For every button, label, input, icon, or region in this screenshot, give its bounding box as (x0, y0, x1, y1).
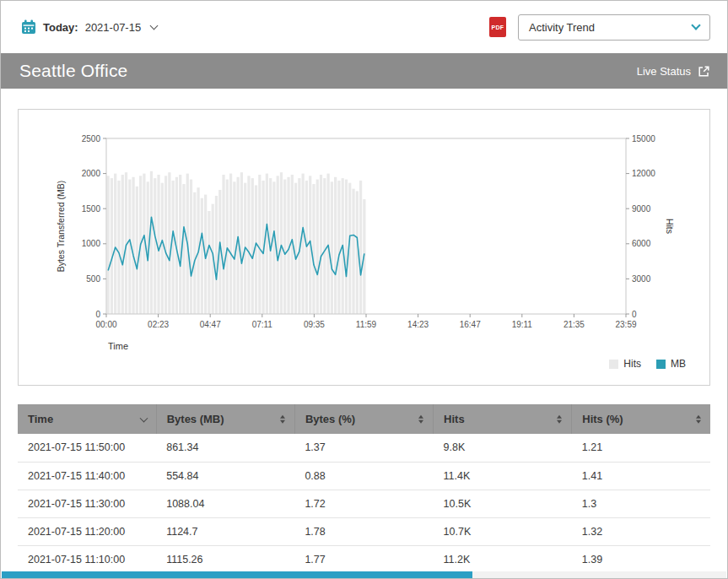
column-label: Time (28, 413, 53, 425)
table-cell: 2021-07-15 11:30:00 (18, 490, 156, 517)
svg-text:Bytes Transferred (MB): Bytes Transferred (MB) (56, 181, 66, 273)
svg-text:1000: 1000 (82, 239, 101, 248)
table-cell: 1.72 (294, 490, 433, 517)
chevron-down-icon[interactable] (139, 414, 148, 422)
table-cell: 9.8K (434, 434, 572, 462)
table-body: 2021-07-15 11:50:00861.341.379.8K1.21202… (18, 434, 710, 579)
table-cell: 11.4K (434, 462, 572, 490)
topbar: Today: 2021-07-15 PDF Activity Trend (1, 1, 727, 53)
date-picker[interactable]: Today: 2021-07-15 (21, 19, 157, 35)
table-cell: 1.32 (572, 517, 710, 545)
table-cell: 1.78 (294, 517, 433, 545)
svg-text:23:59: 23:59 (615, 320, 636, 329)
scrollbar-thumb[interactable] (2, 571, 472, 578)
legend-item-hits[interactable]: Hits (609, 358, 641, 370)
column-header-bytes-pct[interactable]: Bytes (%) (294, 404, 433, 434)
chevron-down-icon (691, 20, 700, 30)
table-cell: 1.41 (572, 462, 710, 490)
pdf-icon: PDF (489, 17, 506, 37)
page-header: Seattle Office Live Status (1, 53, 727, 89)
page-title: Seattle Office (19, 61, 127, 81)
live-status-label: Live Status (637, 65, 691, 78)
activity-trend-chart[interactable]: 0500100015002000250003000600090001200015… (51, 128, 677, 353)
table-cell: 861.34 (156, 434, 294, 462)
table-cell: 554.84 (156, 462, 294, 490)
svg-text:500: 500 (86, 274, 100, 284)
svg-text:21:35: 21:35 (564, 320, 585, 329)
column-label: Bytes (%) (305, 413, 355, 425)
svg-text:0: 0 (632, 310, 637, 319)
horizontal-scrollbar[interactable] (2, 571, 726, 578)
svg-text:2500: 2500 (82, 134, 101, 143)
sort-icon[interactable] (418, 414, 423, 424)
svg-text:Hits: Hits (665, 219, 675, 234)
table-cell: 10.7K (434, 517, 572, 545)
topbar-right: PDF Activity Trend (489, 14, 710, 41)
legend-label: Hits (623, 358, 641, 370)
report-select-value: Activity Trend (529, 21, 595, 34)
table-cell: 2021-07-15 11:50:00 (18, 434, 156, 462)
chevron-down-icon (150, 21, 159, 30)
table-cell: 1.39 (572, 545, 710, 573)
svg-text:04:47: 04:47 (200, 320, 221, 329)
table-cell: 1088.04 (156, 490, 294, 517)
chart-legend: Hits MB (609, 358, 686, 370)
svg-text:00:00: 00:00 (95, 320, 116, 329)
column-label: Hits (444, 413, 465, 425)
svg-text:16:47: 16:47 (460, 320, 481, 329)
column-header-bytes-mb[interactable]: Bytes (MB) (156, 404, 294, 434)
column-header-time[interactable]: Time (18, 404, 156, 434)
table-row[interactable]: 2021-07-15 11:30:001088.041.7210.5K1.3 (18, 490, 710, 517)
external-link-icon (698, 65, 710, 78)
column-header-hits-pct[interactable]: Hits (%) (572, 404, 710, 434)
sort-icon[interactable] (696, 414, 701, 424)
table-row[interactable]: 2021-07-15 11:40:00554.840.8811.4K1.41 (18, 462, 710, 490)
table-cell: 1115.26 (156, 545, 294, 573)
table-header-row: TimeBytes (MB)Bytes (%)HitsHits (%) (18, 404, 710, 434)
table-cell: 1.21 (572, 434, 710, 462)
table-cell: 1.77 (294, 545, 433, 573)
legend-label: MB (671, 358, 686, 370)
svg-text:19:11: 19:11 (512, 320, 533, 329)
data-table: TimeBytes (MB)Bytes (%)HitsHits (%) 2021… (18, 404, 710, 579)
table-cell: 11.2K (434, 545, 572, 573)
page: Today: 2021-07-15 PDF Activity Trend Sea… (0, 0, 728, 579)
column-header-hits[interactable]: Hits (434, 404, 572, 434)
today-label: Today: (43, 21, 78, 34)
chart-panel: 0500100015002000250003000600090001200015… (18, 109, 710, 386)
live-status-link[interactable]: Live Status (637, 65, 710, 78)
column-label: Bytes (MB) (167, 413, 224, 425)
svg-text:11:59: 11:59 (356, 320, 377, 329)
svg-text:3000: 3000 (632, 274, 651, 284)
column-label: Hits (%) (582, 413, 623, 425)
svg-text:1500: 1500 (82, 204, 101, 214)
table-row[interactable]: 2021-07-15 11:50:00861.341.379.8K1.21 (18, 434, 710, 462)
table-cell: 10.5K (434, 490, 572, 517)
date-value: 2021-07-15 (85, 21, 142, 34)
table-cell: 0.88 (294, 462, 433, 490)
report-type-select[interactable]: Activity Trend (518, 14, 710, 41)
sort-icon[interactable] (557, 414, 562, 424)
pdf-export-button[interactable]: PDF (489, 17, 506, 37)
table-cell: 1124.7 (156, 517, 294, 545)
table-row[interactable]: 2021-07-15 11:10:001115.261.7711.2K1.39 (18, 545, 710, 573)
legend-item-mb[interactable]: MB (656, 358, 686, 370)
svg-text:2000: 2000 (82, 169, 101, 178)
calendar-icon (21, 19, 36, 35)
mb-swatch-icon (656, 360, 666, 369)
table-row[interactable]: 2021-07-15 11:20:001124.71.7810.7K1.32 (18, 517, 710, 545)
sort-icon[interactable] (280, 414, 285, 424)
svg-text:9000: 9000 (632, 204, 651, 214)
table-cell: 2021-07-15 11:10:00 (18, 545, 156, 573)
svg-text:02:23: 02:23 (148, 320, 169, 329)
svg-text:6000: 6000 (632, 239, 651, 248)
svg-text:Time: Time (108, 341, 128, 351)
svg-text:07:11: 07:11 (252, 320, 273, 329)
svg-text:09:35: 09:35 (304, 320, 325, 329)
table-cell: 1.37 (294, 434, 433, 462)
hits-swatch-icon (609, 360, 618, 369)
svg-text:0: 0 (95, 310, 100, 319)
svg-text:12000: 12000 (632, 169, 655, 178)
svg-text:15000: 15000 (632, 134, 655, 143)
table-cell: 2021-07-15 11:20:00 (18, 517, 156, 545)
